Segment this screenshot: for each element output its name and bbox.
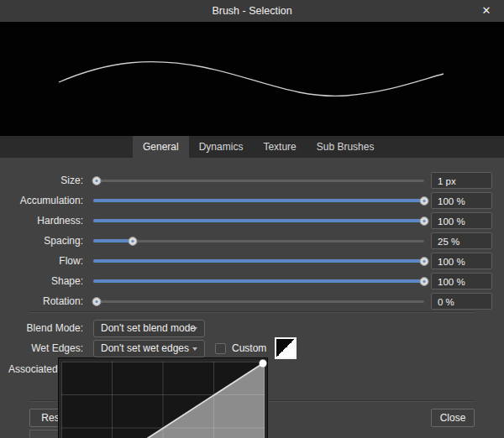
wet-edges-dropdown[interactable]: Don't set wet edges <box>93 340 205 357</box>
slider-thumb[interactable] <box>420 277 429 286</box>
slider-thumb[interactable] <box>420 196 429 206</box>
accumulation-slider[interactable] <box>93 195 424 206</box>
slider-fill <box>93 219 424 222</box>
custom-checkbox[interactable] <box>215 343 226 354</box>
brush-selection-dialog: Brush - Selection ✕ General Dynamics Tex… <box>0 0 504 438</box>
spacing-value-field[interactable]: 25 % <box>431 232 492 249</box>
size-slider[interactable] <box>93 175 424 186</box>
title-bar[interactable]: Brush - Selection ✕ <box>0 0 504 22</box>
close-icon[interactable]: ✕ <box>475 0 497 22</box>
associated-label: Associated <box>8 359 58 379</box>
slider-fill <box>93 199 424 202</box>
tab-general[interactable]: General <box>133 136 189 158</box>
tab-bar: General Dynamics Texture Sub Brushes <box>0 136 504 158</box>
spacing-label: Spacing: <box>2 235 88 247</box>
slider-fill <box>93 279 424 283</box>
curve-editor-grid[interactable] <box>61 362 265 438</box>
flow-row: Flow: 100 % <box>0 251 504 271</box>
accumulation-label: Accumulation: <box>2 195 88 206</box>
slider-section: Size: 1 px Accumulation: 100 % Hardness: <box>0 170 504 311</box>
accumulation-row: Accumulation: 100 % <box>0 190 504 211</box>
tab-dynamics[interactable]: Dynamics <box>189 136 254 158</box>
spacing-slider[interactable] <box>93 235 424 247</box>
slider-thumb[interactable] <box>92 297 101 306</box>
chevron-down-icon <box>192 347 197 351</box>
hardness-label: Hardness: <box>2 215 88 227</box>
blend-mode-value: Don't set blend mode <box>101 322 196 334</box>
blend-mode-dropdown[interactable]: Don't set blend mode <box>93 320 205 337</box>
blend-mode-row: Blend Mode: Don't set blend mode <box>0 318 504 338</box>
shape-value-field[interactable]: 100 % <box>431 273 492 289</box>
ramp-swatch[interactable] <box>275 337 297 359</box>
slider-thumb[interactable] <box>420 257 429 266</box>
slider-thumb[interactable] <box>420 216 429 226</box>
tab-texture[interactable]: Texture <box>253 136 306 158</box>
brush-stroke-curve <box>0 22 504 136</box>
flow-label: Flow: <box>2 255 88 267</box>
rotation-value-field[interactable]: 0 % <box>431 293 492 310</box>
spacing-row: Spacing: 25 % <box>0 231 504 251</box>
size-label: Size: <box>2 175 88 186</box>
size-row: Size: 1 px <box>0 170 504 190</box>
close-button[interactable]: Close <box>431 409 475 427</box>
size-value-field[interactable]: 1 px <box>431 172 492 189</box>
slider-thumb[interactable] <box>92 176 101 185</box>
brush-stroke-preview <box>0 22 504 136</box>
dialog-title: Brush - Selection <box>0 0 504 22</box>
flow-value-field[interactable]: 100 % <box>431 253 492 269</box>
slider-thumb[interactable] <box>129 237 138 246</box>
rotation-slider[interactable] <box>93 295 424 307</box>
flow-slider[interactable] <box>93 255 424 267</box>
slider-track[interactable] <box>93 300 424 303</box>
chevron-down-icon <box>192 327 197 331</box>
accumulation-value-field[interactable]: 100 % <box>431 192 492 209</box>
divider <box>29 311 475 313</box>
wet-edges-value: Don't set wet edges <box>101 342 189 354</box>
rotation-label: Rotation: <box>2 295 88 307</box>
slider-fill <box>93 239 133 242</box>
wet-edges-row: Wet Edges: Don't set wet edges Custom <box>0 338 504 358</box>
hardness-slider[interactable] <box>93 215 424 227</box>
tab-spacer <box>0 136 133 158</box>
slider-track[interactable] <box>93 240 424 242</box>
wet-edges-label: Wet Edges: <box>2 342 88 354</box>
curve-node-handle <box>260 360 267 368</box>
slider-track[interactable] <box>93 180 424 182</box>
hardness-value-field[interactable]: 100 % <box>431 212 492 229</box>
tab-sub-brushes[interactable]: Sub Brushes <box>307 136 385 158</box>
slider-fill <box>93 259 424 263</box>
shape-slider[interactable] <box>93 275 424 287</box>
shape-row: Shape: 100 % <box>0 271 504 291</box>
blend-mode-label: Blend Mode: <box>2 322 88 334</box>
curve-editor-popup[interactable] <box>58 357 268 438</box>
hardness-row: Hardness: 100 % <box>0 211 504 231</box>
shape-label: Shape: <box>2 275 88 287</box>
custom-checkbox-label: Custom <box>232 342 266 354</box>
rotation-row: Rotation: 0 % <box>0 291 504 311</box>
